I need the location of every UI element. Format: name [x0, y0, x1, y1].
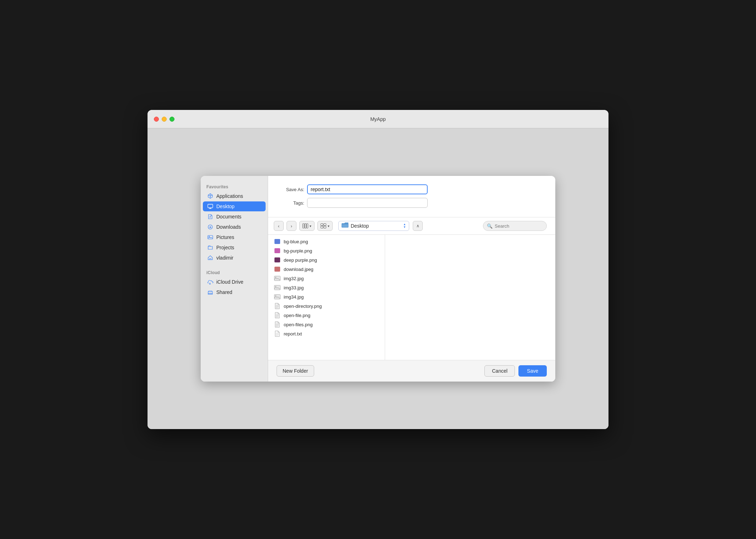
location-selector[interactable]: Desktop ▲ ▼	[338, 221, 409, 231]
file-color-icon	[274, 239, 281, 244]
shared-label: Shared	[216, 289, 232, 295]
location-label: Desktop	[351, 223, 369, 229]
maximize-button[interactable]	[169, 117, 174, 122]
desktop-icon	[207, 203, 213, 210]
file-doc-icon	[274, 312, 281, 318]
toolbar: ‹ › ▾	[268, 217, 555, 235]
svg-rect-13	[274, 285, 280, 290]
icloud-section-label: iCloud	[201, 267, 268, 277]
documents-icon	[207, 213, 213, 220]
save-dialog: Favourites Applications	[201, 176, 555, 382]
mac-window: MyApp Favourites Applications	[148, 110, 608, 429]
file-list-area: bg-blue.png bg-purple.png	[268, 235, 555, 360]
svg-rect-5	[305, 224, 306, 228]
downloads-label: Downloads	[216, 224, 241, 230]
sidebar-item-downloads[interactable]: Downloads	[203, 222, 266, 232]
close-button[interactable]	[154, 117, 159, 122]
file-color-icon	[274, 266, 281, 272]
svg-rect-6	[307, 224, 308, 228]
list-item[interactable]: open-directory.png	[268, 301, 385, 311]
forward-button[interactable]: ›	[287, 221, 296, 231]
list-item[interactable]: open-files.png	[268, 320, 385, 329]
icloud-drive-icon	[207, 279, 213, 285]
sidebar-item-icloud-drive[interactable]: iCloud Drive	[203, 277, 266, 287]
icloud-drive-label: iCloud Drive	[216, 279, 243, 285]
bottom-bar: New Folder Cancel Save	[268, 360, 555, 382]
sidebar-item-desktop[interactable]: Desktop	[203, 201, 266, 211]
svg-point-14	[275, 286, 276, 287]
folder-icon	[341, 222, 349, 230]
list-item[interactable]: report.txt	[268, 329, 385, 338]
columns-view-button[interactable]: ▾	[299, 221, 315, 231]
file-doc-icon	[274, 322, 281, 327]
new-folder-button[interactable]: New Folder	[277, 365, 314, 377]
svg-point-12	[275, 277, 276, 278]
file-doc-icon	[274, 303, 281, 309]
projects-icon	[207, 244, 213, 251]
shared-icon	[207, 289, 213, 295]
favourites-section-label: Favourites	[201, 182, 268, 191]
documents-label: Documents	[216, 214, 241, 220]
traffic-lights	[154, 117, 174, 122]
svg-rect-15	[274, 295, 280, 299]
tags-row: Tags:	[279, 198, 544, 208]
svg-point-16	[275, 295, 276, 296]
expand-button[interactable]: ∧	[413, 221, 423, 231]
home-icon	[207, 255, 213, 261]
sidebar-item-documents[interactable]: Documents	[203, 212, 266, 222]
file-image-icon	[274, 276, 281, 281]
desktop-label: Desktop	[216, 204, 234, 209]
search-input[interactable]	[495, 223, 541, 229]
svg-rect-10	[324, 226, 326, 228]
location-down-arrow: ▼	[403, 226, 406, 229]
minimize-button[interactable]	[162, 117, 167, 122]
svg-rect-8	[324, 224, 326, 226]
tags-input[interactable]	[307, 198, 428, 208]
svg-rect-11	[274, 276, 280, 281]
list-item[interactable]: img33.jpg	[268, 283, 385, 292]
downloads-icon	[207, 224, 213, 230]
list-item[interactable]: bg-blue.png	[268, 237, 385, 246]
file-color-icon	[274, 248, 281, 254]
pictures-label: Pictures	[216, 234, 234, 240]
file-text-icon	[274, 331, 281, 337]
sidebar-item-shared[interactable]: Shared	[203, 287, 266, 297]
file-image-icon	[274, 294, 281, 300]
search-box[interactable]: 🔍	[483, 221, 547, 231]
back-button[interactable]: ‹	[274, 221, 284, 231]
list-item[interactable]: download.jpeg	[268, 265, 385, 274]
list-item[interactable]: deep purple.png	[268, 255, 385, 265]
list-item[interactable]: img32.jpg	[268, 274, 385, 283]
list-item[interactable]: bg-purple.png	[268, 246, 385, 255]
sidebar-item-applications[interactable]: Applications	[203, 191, 266, 201]
save-as-row: Save As:	[279, 184, 544, 194]
list-item[interactable]: img34.jpg	[268, 292, 385, 301]
projects-label: Projects	[216, 245, 234, 250]
cancel-button[interactable]: Cancel	[484, 365, 515, 377]
sidebar-item-pictures[interactable]: Pictures	[203, 232, 266, 242]
file-image-icon	[274, 285, 281, 290]
window-title: MyApp	[370, 116, 386, 122]
applications-icon	[207, 193, 213, 199]
action-buttons: Cancel Save	[484, 365, 547, 377]
pictures-icon	[207, 234, 213, 240]
applications-label: Applications	[216, 193, 243, 199]
columns-view-chevron: ▾	[310, 224, 311, 228]
svg-point-3	[209, 236, 210, 237]
detail-panel	[385, 235, 555, 360]
sidebar-item-vladimir[interactable]: vladimir	[203, 253, 266, 263]
save-as-input[interactable]	[307, 184, 428, 194]
list-item[interactable]: open-file.png	[268, 311, 385, 320]
main-panel: Save As: Tags: ‹ ›	[268, 176, 555, 382]
svg-rect-0	[208, 204, 213, 208]
save-as-label: Save As:	[279, 187, 304, 192]
svg-rect-9	[321, 226, 323, 228]
vladimir-label: vladimir	[216, 255, 233, 261]
grid-view-button[interactable]: ▾	[317, 221, 333, 231]
svg-rect-2	[208, 235, 213, 239]
title-bar: MyApp	[148, 110, 608, 128]
sidebar-item-projects[interactable]: Projects	[203, 243, 266, 252]
sidebar: Favourites Applications	[201, 176, 268, 382]
svg-rect-4	[303, 224, 304, 228]
save-button[interactable]: Save	[518, 365, 547, 377]
